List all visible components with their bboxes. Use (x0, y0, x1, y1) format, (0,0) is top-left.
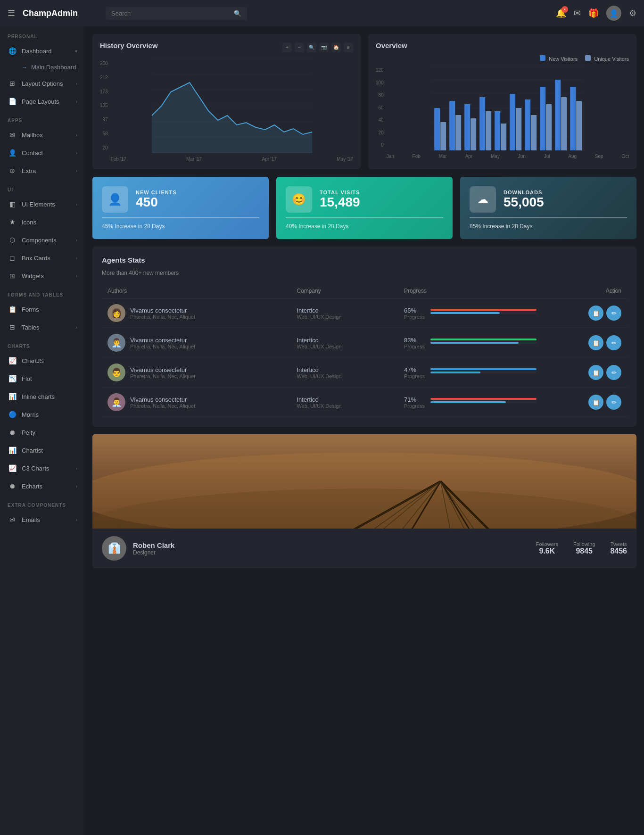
chevron-right-icon: › (76, 256, 77, 261)
icons-icon: ★ (8, 217, 17, 227)
chevron-right-icon: › (76, 273, 77, 279)
action-save-btn-3[interactable]: 📋 (588, 395, 603, 410)
camera-btn[interactable]: 📷 (319, 43, 329, 52)
company-name-0: Intertico (297, 307, 393, 314)
sidebar-item-inline-charts[interactable]: 📊 Inline charts (0, 388, 85, 405)
action-edit-btn-1[interactable]: ✏ (606, 335, 621, 350)
following-value: 9845 (573, 547, 595, 555)
home-btn[interactable]: 🏠 (331, 43, 341, 52)
layout-icon: ⊞ (8, 79, 17, 88)
search-btn[interactable]: 🔍 (307, 43, 316, 52)
company-sub-2: Web, UI/UX Design (297, 373, 393, 379)
sidebar-sub-main-dashboard[interactable]: → Main Dashboard (0, 60, 85, 74)
sidebar-item-box-cards[interactable]: ◻ Box Cards › (0, 249, 85, 267)
settings-icon[interactable]: ⚙ (629, 8, 636, 18)
profile-avatar: 👔 (102, 536, 126, 561)
new-clients-icon: 👤 (102, 186, 128, 213)
sidebar-item-morris[interactable]: 🔵 Morris (0, 405, 85, 423)
y-label: 20 (379, 130, 384, 135)
emails-icon: ✉ (8, 515, 17, 524)
sidebar-item-extra[interactable]: ⊕ Extra › (0, 162, 85, 180)
x-label: Feb (413, 154, 421, 159)
author-name-3: Vivamus consectetur (130, 396, 195, 403)
sidebar-item-c3-charts[interactable]: 📈 C3 Charts › (0, 459, 85, 477)
svg-rect-27 (525, 99, 530, 150)
stat-divider (286, 217, 443, 218)
agents-stats-title: Agents Stats (102, 256, 627, 264)
sidebar-item-echarts[interactable]: ⏺ Echarts › (0, 477, 85, 495)
sidebar-item-dashboard[interactable]: 🌐 Dashboard ▾ (0, 42, 85, 60)
gift-icon[interactable]: 🎁 (588, 8, 599, 18)
notification-icon[interactable]: 🔔 • (556, 8, 566, 18)
overview-card: Overview New Visitors Unique Visitors (368, 34, 636, 169)
sidebar-item-label: Components (22, 237, 76, 244)
extra-icon: ⊕ (8, 166, 17, 175)
company-cell-0: Intertico Web, UI/UX Design (291, 298, 398, 328)
action-edit-btn-2[interactable]: ✏ (606, 365, 621, 380)
sidebar-item-chartist[interactable]: 📊 Chartist (0, 441, 85, 459)
c3-charts-icon: 📈 (8, 463, 17, 473)
sidebar-item-widgets[interactable]: ⊞ Widgets › (0, 267, 85, 285)
sidebar-item-components[interactable]: ⬡ Components › (0, 231, 85, 249)
sidebar-item-label: Tables (22, 324, 76, 331)
avatar[interactable]: 👤 (606, 6, 621, 21)
action-save-btn-2[interactable]: 📋 (588, 365, 603, 380)
table-row: 👨 Vivamus consectetur Pharetra, Nulla, N… (102, 358, 627, 388)
sidebar-item-chartjs[interactable]: 📈 ChartJS (0, 352, 85, 370)
action-save-btn-0[interactable]: 📋 (588, 306, 603, 321)
agents-stats-card: Agents Stats More than 400+ new members … (92, 247, 636, 427)
chevron-right-icon: › (76, 168, 77, 174)
sidebar-item-label: UI Elements (22, 201, 76, 208)
company-cell-3: Intertico Web, UI/UX Design (291, 388, 398, 417)
sidebar-item-label: ChartJS (22, 357, 77, 364)
search-input[interactable] (111, 10, 230, 17)
downloads-icon: ☁ (470, 186, 496, 213)
forms-icon: 📋 (8, 305, 17, 314)
content-area: History Overview + − 🔍 📷 🏠 ≡ (85, 26, 644, 835)
action-save-btn-1[interactable]: 📋 (588, 335, 603, 350)
echarts-icon: ⏺ (8, 481, 17, 491)
y-label: 40 (379, 117, 384, 123)
menu-btn[interactable]: ≡ (344, 43, 353, 52)
svg-rect-24 (501, 124, 506, 150)
x-label: Apr '17 (262, 157, 277, 162)
sidebar-item-flot[interactable]: 📉 Flot (0, 370, 85, 388)
sidebar-item-label: Layout Options (22, 80, 76, 87)
sidebar-item-forms[interactable]: 📋 Forms (0, 300, 85, 318)
author-name-1: Vivamus consectetur (130, 337, 195, 344)
chevron-right-icon: › (76, 325, 77, 330)
svg-rect-33 (570, 87, 576, 150)
sidebar-item-mailbox[interactable]: ✉ Mailbox › (0, 126, 85, 144)
company-sub-0: Web, UI/UX Design (297, 314, 393, 320)
sidebar-item-icons[interactable]: ★ Icons (0, 213, 85, 231)
sidebar-item-emails[interactable]: ✉ Emails › (0, 511, 85, 529)
sidebar-item-page-layouts[interactable]: 📄 Page Layouts › (0, 92, 85, 110)
tweets-label: Tweets (610, 541, 627, 547)
profile-info-bar: 👔 Roben Clark Designer Followers 9.6K Fo… (92, 529, 636, 568)
col-company: Company (291, 284, 398, 298)
charts-row: History Overview + − 🔍 📷 🏠 ≡ (92, 34, 636, 169)
stat-card-new-clients: 👤 NEW CLIENTS 450 45% Increase in 28 Day… (92, 177, 269, 239)
x-label: Aug (568, 154, 577, 159)
stat-card-downloads: ☁ DOWNLOADS 55,005 85% Increase in 28 Da… (460, 177, 636, 239)
svg-rect-21 (479, 97, 485, 150)
sub-item-label: Main Dashboard (31, 64, 76, 71)
x-label: Mar '17 (186, 157, 202, 162)
action-edit-btn-0[interactable]: ✏ (606, 306, 621, 321)
box-cards-icon: ◻ (8, 253, 17, 263)
new-clients-label: NEW CLIENTS (136, 190, 177, 195)
hamburger-icon[interactable]: ☰ (8, 8, 15, 18)
mail-icon[interactable]: ✉ (574, 8, 581, 18)
sidebar-item-layout-options[interactable]: ⊞ Layout Options › (0, 74, 85, 92)
sidebar-item-contact[interactable]: 👤 Contact › (0, 144, 85, 162)
sidebar-item-peity[interactable]: ⏺ Peity (0, 423, 85, 441)
sidebar-item-ui-elements[interactable]: ◧ UI Elements › (0, 195, 85, 213)
notification-badge: • (561, 6, 568, 13)
action-edit-btn-3[interactable]: ✏ (606, 395, 621, 410)
author-sub-0: Pharetra, Nulla, Nec, Aliquet (130, 314, 195, 320)
sidebar-item-label: Peity (22, 429, 77, 436)
zoom-out-btn[interactable]: − (295, 43, 304, 52)
agents-table: Authors Company Progress Action 👩 Vivamu… (102, 284, 627, 417)
zoom-in-btn[interactable]: + (282, 43, 292, 52)
sidebar-item-tables[interactable]: ⊟ Tables › (0, 318, 85, 336)
